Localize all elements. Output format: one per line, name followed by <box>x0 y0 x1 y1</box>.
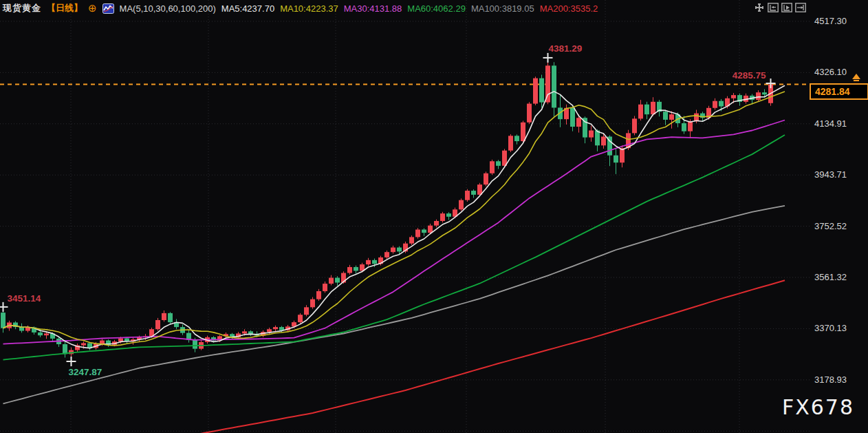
ma-line-ma30 <box>3 120 785 344</box>
price-axis-label: 4134.91 <box>814 118 847 129</box>
ma-lines <box>3 85 785 433</box>
price-annotation: 4381.29 <box>549 43 583 54</box>
play-icon <box>781 3 792 12</box>
playback-button[interactable] <box>781 3 792 12</box>
chart-toolbar <box>754 3 806 12</box>
symbol-title: 现货黄金 <box>3 2 41 14</box>
ma5-value-label: MA5:4237.70 <box>221 3 274 14</box>
ma-line-ma5 <box>3 85 785 348</box>
axis-scale-left-icon <box>768 3 779 12</box>
chart-header: 现货黄金【日线】 ⊕ MA(5,10,30,60,100,200) MA5:42… <box>3 2 598 14</box>
add-indicator-icon[interactable]: ⊕ <box>88 3 97 13</box>
crosshair-icon <box>754 3 765 12</box>
price-axis-label: 3752.52 <box>814 221 847 231</box>
watermark: FX678 <box>782 395 854 419</box>
ma30-value-label: MA30:4131.88 <box>344 3 402 14</box>
arrow-to-right-icon <box>795 3 806 12</box>
price-axis-label: 4517.30 <box>814 16 847 26</box>
ma100-value-label: MA100:3819.05 <box>471 3 534 14</box>
chart-type-icon[interactable] <box>102 3 114 14</box>
ma60-value-label: MA60:4062.29 <box>407 3 466 14</box>
crosshair-tool-button[interactable] <box>754 3 765 12</box>
price-annotation: 3247.87 <box>69 367 102 377</box>
chart-window: 3451.143247.874381.294285.75 现货黄金【日线】 ⊕ … <box>0 0 868 433</box>
ma200-value-label: MA200:3535.2 <box>540 3 598 14</box>
period-label: 【日线】 <box>47 2 83 14</box>
ma-line-ma60 <box>3 135 785 360</box>
ma-line-ma200 <box>3 280 785 433</box>
price-axis-label: 4326.10 <box>814 67 847 77</box>
ma10-value-label: MA10:4223.37 <box>280 3 338 14</box>
ma-group-label: MA(5,10,30,60,100,200) <box>120 3 216 14</box>
ma-line-ma10 <box>3 92 785 346</box>
price-axis-label: 3370.13 <box>814 323 847 333</box>
price-annotation: 3451.14 <box>8 293 41 304</box>
annotations: 3451.143247.874381.294285.75 <box>0 43 776 377</box>
candles <box>1 58 773 361</box>
price-axis-label: 3178.93 <box>814 374 847 385</box>
price-axis-label: 3943.71 <box>814 169 847 180</box>
go-to-latest-button[interactable] <box>795 3 806 12</box>
price-up-arrow-icon <box>852 74 860 81</box>
gridlines <box>0 0 812 433</box>
ma-line-ma100 <box>3 206 785 404</box>
price-axis-label: 3561.32 <box>814 272 847 282</box>
price-annotation: 4285.75 <box>733 70 766 81</box>
current-price-box: 4281.84 <box>810 83 868 100</box>
axis-scale-button[interactable] <box>768 3 779 12</box>
candlestick-chart[interactable]: 3451.143247.874381.294285.75 <box>0 0 868 433</box>
